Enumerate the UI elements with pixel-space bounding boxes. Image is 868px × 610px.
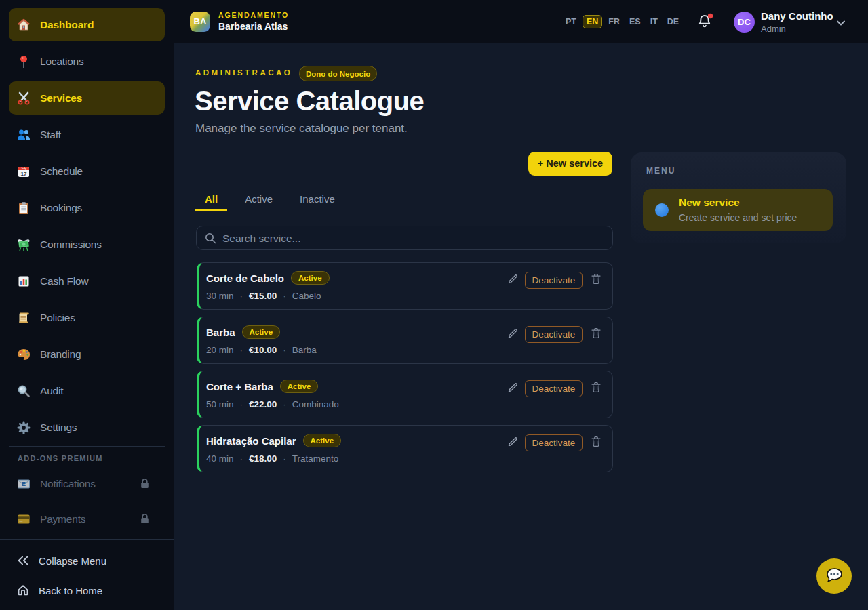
svg-text:E: E [22,481,26,487]
svg-text:July: July [21,166,27,169]
svg-text:17: 17 [21,170,27,176]
